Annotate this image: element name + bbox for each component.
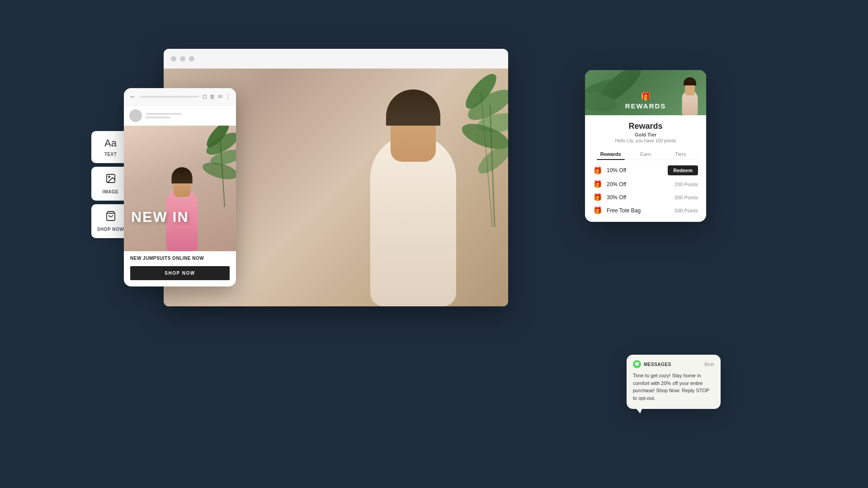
- rewards-gift-icon: 🎁: [641, 91, 651, 101]
- reward-icon-3: 🎁: [593, 193, 602, 202]
- reward-icon-1: 🎁: [593, 166, 602, 175]
- promo-hair: [172, 167, 193, 183]
- browser-dot-1: [171, 56, 176, 61]
- text-type-icon: Aa: [104, 137, 117, 149]
- sms-timestamp: 8min: [704, 362, 714, 367]
- svg-point-8: [108, 176, 110, 178]
- reward-label-2: 20% Off: [607, 181, 670, 188]
- sender-email-line: [146, 117, 170, 118]
- rewards-body: Rewards Gold Tier Hello Lily, you have 1…: [585, 115, 706, 222]
- reward-points-3: 300 Points: [675, 195, 698, 200]
- rewards-tier-badge: Gold Tier: [593, 132, 698, 137]
- sms-bubble-tail: [636, 408, 642, 413]
- toolbar-text-label: TEXT: [104, 152, 117, 157]
- hero-person: [341, 69, 486, 306]
- sender-name-line: [146, 113, 182, 115]
- reward-label-4: Free Tote Bag: [607, 207, 670, 214]
- rewards-item-tote: 🎁 Free Tote Bag 500 Points: [593, 206, 698, 215]
- shop-icon: [105, 211, 116, 224]
- sms-body-text: Time to get cozy! Stay home in comfort w…: [633, 372, 714, 402]
- email-card-toolbar: ← ⊡ 🗑 ✉ ⋮: [124, 88, 236, 106]
- browser-dot-2: [180, 56, 185, 61]
- rewards-header-title: REWARDS: [625, 102, 666, 110]
- promo-image-block: NEW IN: [124, 126, 236, 251]
- promo-shop-button[interactable]: SHOP NOW: [130, 266, 230, 280]
- rewards-panel: 🎁 REWARDS Rewards Gold Tier Hello Lily, …: [585, 70, 706, 222]
- more-icon[interactable]: ⋮: [225, 94, 231, 100]
- rewards-greeting: Hello Lily, you have 100 points: [593, 138, 698, 143]
- rewards-header: 🎁 REWARDS: [585, 70, 706, 115]
- tab-rewards[interactable]: Rewards: [593, 149, 628, 160]
- reward-points-4: 500 Points: [675, 208, 698, 213]
- reward-icon-2: 🎁: [593, 180, 602, 188]
- promo-subtitle: NEW JUMPSUITS ONLINE NOW: [124, 251, 236, 263]
- email-back-button[interactable]: ←: [129, 93, 137, 101]
- reward-points-2: 200 Points: [675, 182, 698, 187]
- rewards-list: 🎁 10% Off Redeem 🎁 20% Off 200 Points 🎁 …: [593, 165, 698, 215]
- redeem-button-1[interactable]: Redeem: [668, 165, 698, 175]
- email-sender-row: [124, 106, 236, 126]
- tab-earn[interactable]: Earn: [628, 149, 663, 160]
- email-avatar: [129, 109, 142, 122]
- toolbar-image-label: IMAGE: [103, 189, 118, 194]
- reward-label-3: 30% Off: [607, 194, 670, 201]
- rewards-woman-figure: [678, 79, 702, 115]
- email-sender-info: [146, 113, 182, 118]
- sms-app-name: MESSAGES: [644, 362, 671, 367]
- reward-icon-4: 🎁: [593, 206, 602, 215]
- browser-toolbar: [164, 49, 508, 69]
- promo-new-in-text: NEW IN: [131, 210, 189, 224]
- sms-header: MESSAGES 8min: [633, 360, 714, 368]
- promo-woman: [162, 165, 203, 251]
- sms-card: MESSAGES 8min Time to get cozy! Stay hom…: [627, 355, 721, 409]
- copy-icon[interactable]: ⊡: [203, 94, 207, 100]
- email-address-bar: [140, 96, 199, 98]
- image-icon: [105, 173, 116, 187]
- rewards-item-30off: 🎁 30% Off 300 Points: [593, 193, 698, 202]
- rewards-tier-section: Rewards Gold Tier Hello Lily, you have 1…: [593, 122, 698, 143]
- mobile-email-card: ← ⊡ 🗑 ✉ ⋮: [124, 88, 236, 286]
- delete-icon[interactable]: 🗑: [210, 94, 215, 100]
- rewards-main-title: Rewards: [593, 122, 698, 131]
- browser-dot-3: [189, 56, 194, 61]
- email-toolbar-icons: ⊡ 🗑 ✉ ⋮: [203, 94, 231, 100]
- rewards-item-20off: 🎁 20% Off 200 Points: [593, 180, 698, 188]
- messages-icon: [633, 360, 641, 368]
- rewards-tabs: Rewards Earn Tiers: [593, 149, 698, 160]
- rewards-item-10off: 🎁 10% Off Redeem: [593, 165, 698, 175]
- tab-tiers[interactable]: Tiers: [663, 149, 698, 160]
- mail-icon[interactable]: ✉: [218, 94, 222, 100]
- reward-label-1: 10% Off: [607, 167, 663, 174]
- person-hair: [386, 89, 440, 126]
- toolbar-shop-label: SHOP NOW: [97, 227, 124, 232]
